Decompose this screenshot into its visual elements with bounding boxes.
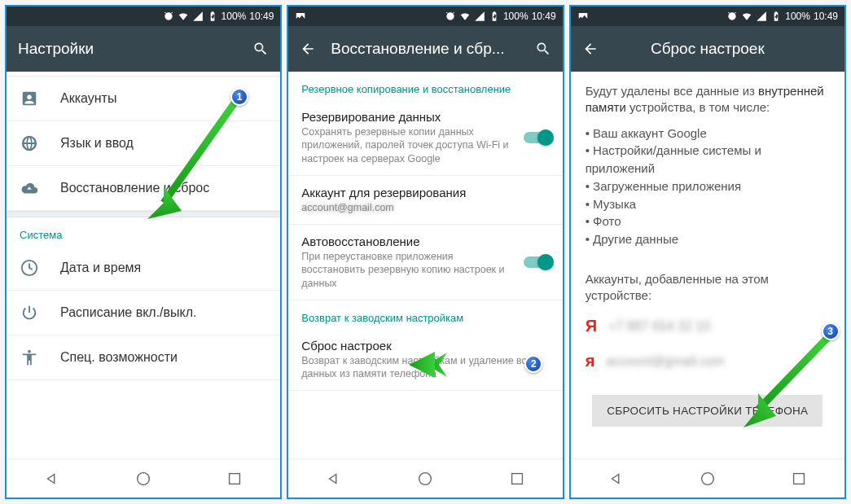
status-bar: 100% 10:49 (7, 7, 280, 26)
battery-icon (770, 11, 782, 22)
nav-recent-icon[interactable] (790, 470, 808, 488)
section-system: Система (7, 217, 280, 246)
nav-recent-icon[interactable] (508, 470, 526, 488)
accounts-icon (20, 90, 38, 107)
power-icon (20, 304, 38, 322)
nav-bar (7, 458, 280, 497)
item-label: Расписание вкл./выкл. (60, 305, 197, 320)
section-backup: Резервное копирование и восстановление (288, 72, 562, 100)
svg-rect-10 (794, 473, 805, 484)
item-language[interactable]: Язык и ввод (7, 121, 280, 166)
account-row: Я +7 987 654 32 10 (571, 309, 844, 344)
nav-back-icon[interactable] (608, 470, 625, 488)
account-row: я account@gmail.com (571, 344, 844, 379)
phone-screen-2: 100% 10:49 Восстановление и сбр... Резер… (287, 5, 564, 499)
reset-bullets: • Ваш аккаунт Google • Настройки/данные … (571, 121, 844, 256)
settings-list: Аккаунты Язык и ввод Восстановление и сб… (7, 72, 280, 458)
clock-text: 10:49 (814, 11, 838, 22)
setting-title: Резервирование данных (301, 110, 549, 124)
signal-icon (192, 11, 204, 22)
nav-home-icon[interactable] (416, 470, 434, 488)
page-title: Сброс настроек (613, 40, 802, 58)
nav-home-icon[interactable] (699, 470, 717, 488)
bullet: • Ваш аккаунт Google (586, 125, 830, 142)
setting-desc: Сохранять резервные копии данных приложе… (301, 125, 549, 165)
reset-intro: Будут удалены все данные из внутренней п… (571, 72, 844, 121)
switch-on[interactable] (524, 256, 551, 268)
setting-title: Автовосстановление (301, 234, 549, 248)
backup-settings: Резервное копирование и восстановление Р… (288, 72, 562, 458)
back-arrow-icon[interactable] (582, 41, 599, 57)
setting-desc: При переустановке приложения восстановит… (301, 250, 549, 290)
clock-text: 10:49 (249, 11, 274, 22)
setting-title: Сброс настроек (301, 339, 549, 353)
signal-icon (756, 11, 767, 22)
bullet: • Загруженные приложения (586, 177, 830, 195)
accessibility-icon (20, 348, 38, 366)
item-label: Дата и время (60, 261, 141, 275)
alarm-icon (163, 11, 174, 22)
setting-title: Аккаунт для резервирования (301, 186, 549, 199)
bullet: • Музыка (586, 195, 830, 213)
backup-icon (20, 179, 38, 197)
status-bar: 100% 10:49 (571, 7, 844, 26)
item-date-time[interactable]: Дата и время (7, 246, 280, 291)
reset-content: Будут удалены все данные из внутренней п… (571, 72, 844, 458)
toolbar: Восстановление и сбр... (288, 26, 562, 72)
svg-point-4 (419, 472, 432, 484)
screenshot-icon (295, 11, 306, 22)
battery-icon (207, 11, 218, 22)
account-value: account@gmail.com (301, 201, 549, 214)
item-label: Восстановление и сброс (60, 181, 209, 195)
reset-phone-button[interactable]: СБРОСИТЬ НАСТРОЙКИ ТЕЛЕФОНА (592, 395, 822, 427)
setting-desc: Возврат к заводским настройкам и удалени… (301, 354, 549, 381)
nav-back-icon[interactable] (43, 470, 61, 488)
battery-text: 100% (785, 11, 810, 22)
nav-recent-icon[interactable] (226, 470, 243, 488)
search-icon[interactable] (535, 41, 551, 57)
item-schedule[interactable]: Расписание вкл./выкл. (7, 291, 280, 335)
accounts-label: Аккаунты, добавленные на этом устройстве… (571, 256, 844, 309)
annotation-badge-3: 3 (822, 322, 840, 340)
search-icon[interactable] (252, 41, 269, 57)
signal-icon (474, 11, 485, 22)
yandex-icon: Я (586, 317, 597, 335)
toolbar: Сброс настроек (571, 26, 844, 72)
page-title: Восстановление и сбр... (331, 40, 520, 58)
nav-bar (288, 458, 562, 497)
svg-point-9 (701, 472, 713, 484)
annotation-badge-1: 1 (230, 88, 248, 106)
battery-icon (489, 11, 500, 22)
alarm-icon (726, 11, 738, 22)
account-value: +7 987 654 32 10 (608, 319, 710, 334)
switch-on[interactable] (524, 132, 551, 143)
wifi-icon (178, 11, 189, 22)
battery-text: 100% (222, 11, 247, 22)
item-backup-reset[interactable]: Восстановление и сброс (7, 166, 280, 211)
phone-screen-3: 100% 10:49 Сброс настроек Будут удалены … (569, 5, 846, 499)
setting-backup-data[interactable]: Резервирование данных Сохранять резервны… (288, 100, 562, 176)
account-value: account@gmail.com (606, 354, 724, 369)
item-label: Аккаунты (60, 91, 116, 106)
nav-home-icon[interactable] (134, 470, 152, 488)
setting-backup-account[interactable]: Аккаунт для резервирования account@gmail… (288, 176, 562, 225)
back-arrow-icon[interactable] (300, 41, 316, 57)
svg-rect-5 (511, 473, 522, 484)
wifi-icon (741, 11, 752, 22)
yandex-icon: я (586, 352, 595, 370)
section-factory: Возврат к заводским настройкам (288, 300, 562, 329)
setting-factory-reset[interactable]: Сброс настроек Возврат к заводским настр… (288, 329, 562, 392)
clock-icon (20, 259, 38, 277)
item-accessibility[interactable]: Спец. возможности (7, 335, 280, 380)
item-label: Спец. возможности (60, 350, 178, 365)
phone-screen-1: 100% 10:49 Настройки Аккаунты Язык и вво… (5, 5, 282, 499)
item-label: Язык и ввод (60, 136, 134, 151)
wifi-icon (459, 11, 471, 22)
clock-text: 10:49 (532, 11, 556, 22)
nav-bar (571, 458, 844, 497)
setting-auto-restore[interactable]: Автовосстановление При переустановке при… (288, 225, 562, 300)
screenshot-icon (577, 11, 589, 22)
svg-point-0 (138, 472, 150, 484)
page-title: Настройки (18, 40, 238, 58)
nav-back-icon[interactable] (325, 470, 343, 488)
